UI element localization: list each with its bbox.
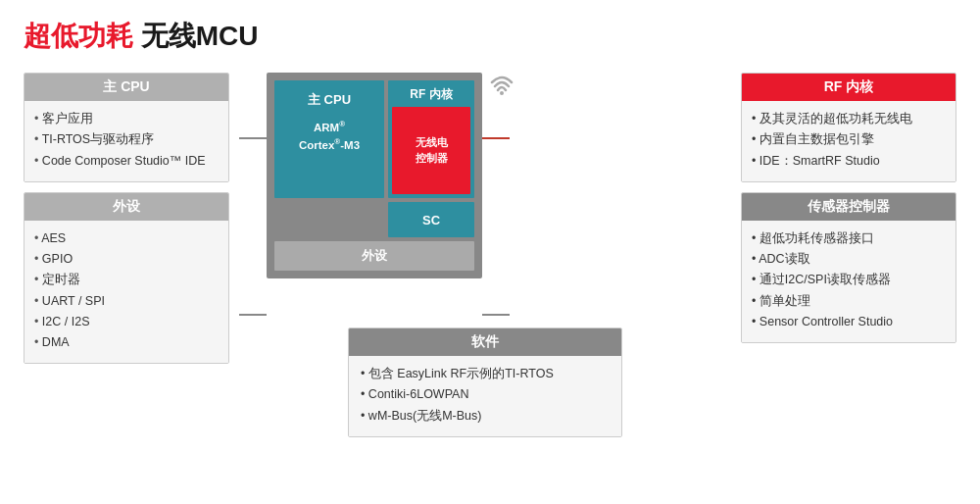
right-column: RF 内核 及其灵活的超低功耗无线电 内置自主数据包引擎 IDE：SmartRF… <box>741 73 956 437</box>
main-cpu-box: 主 CPU 客户应用 TI-RTOS与驱动程序 Code Composer St… <box>24 73 229 182</box>
wifi-icon <box>484 63 519 102</box>
list-item: 包含 EasyLink RF示例的TI-RTOS <box>361 364 610 384</box>
arm-line1: ARM® <box>314 122 345 133</box>
chip-inner: 主 CPU ARM® Cortex®-M3 RF 内核 无线电控制器 <box>274 80 474 271</box>
center-column: 主 CPU ARM® Cortex®-M3 RF 内核 无线电控制器 <box>229 73 741 437</box>
rf-core-list: 及其灵活的超低功耗无线电 内置自主数据包引擎 IDE：SmartRF Studi… <box>752 109 946 172</box>
sensor-controller-header: 传感器控制器 <box>742 193 956 221</box>
list-item: DMA <box>34 332 219 353</box>
list-item: 客户应用 <box>34 109 219 129</box>
title-red: 超低功耗 <box>24 21 133 51</box>
main-cpu-body: 客户应用 TI-RTOS与驱动程序 Code Composer Studio™ … <box>24 101 228 181</box>
chip-rf-inner: 无线电控制器 <box>392 107 470 194</box>
peripherals-list: AES GPIO 定时器 UART / SPI I2C / I2S DMA <box>34 228 219 354</box>
connector-cpu-line <box>239 137 267 139</box>
list-item: wM-Bus(无线M-Bus) <box>361 406 610 427</box>
software-list: 包含 EasyLink RF示例的TI-RTOS Contiki-6LOWPAN… <box>361 364 610 427</box>
right-connectors <box>482 100 510 316</box>
list-item: 超低功耗传感器接口 <box>752 228 946 249</box>
svg-point-0 <box>500 91 504 95</box>
chip-arm-text: ARM® Cortex®-M3 <box>282 119 376 154</box>
chip-cpu-block: 主 CPU ARM® Cortex®-M3 <box>274 80 384 198</box>
rf-core-header: RF 内核 <box>742 74 956 101</box>
main-cpu-list: 客户应用 TI-RTOS与驱动程序 Code Composer Studio™ … <box>34 109 219 172</box>
software-body: 包含 EasyLink RF示例的TI-RTOS Contiki-6LOWPAN… <box>349 356 621 436</box>
peripherals-box: 外设 AES GPIO 定时器 UART / SPI I2C / I2S DMA <box>24 192 229 365</box>
chip-sc-block: SC <box>388 202 474 237</box>
chip-top-row: 主 CPU ARM® Cortex®-M3 RF 内核 无线电控制器 <box>274 80 474 198</box>
main-cpu-header: 主 CPU <box>24 74 228 101</box>
list-item: TI-RTOS与驱动程序 <box>34 129 219 150</box>
list-item: UART / SPI <box>34 291 219 312</box>
list-item: Contiki-6LOWPAN <box>361 384 610 405</box>
software-box: 软件 包含 EasyLink RF示例的TI-RTOS Contiki-6LOW… <box>348 328 622 437</box>
list-item: GPIO <box>34 249 219 270</box>
list-item: 定时器 <box>34 270 219 290</box>
chip-cpu-label: 主 CPU <box>282 90 376 111</box>
cortex-line: Cortex®-M3 <box>299 139 360 151</box>
peripherals-body: AES GPIO 定时器 UART / SPI I2C / I2S DMA <box>24 221 228 364</box>
rf-inner-label: 无线电控制器 <box>416 135 448 166</box>
chip-diagram: 主 CPU ARM® Cortex®-M3 RF 内核 无线电控制器 <box>267 73 482 278</box>
sensor-controller-body: 超低功耗传感器接口 ADC读取 通过I2C/SPI读取传感器 简单处理 Sens… <box>742 221 956 342</box>
rf-core-body: 及其灵活的超低功耗无线电 内置自主数据包引擎 IDE：SmartRF Studi… <box>742 101 956 181</box>
sensor-controller-box: 传感器控制器 超低功耗传感器接口 ADC读取 通过I2C/SPI读取传感器 简单… <box>741 192 956 343</box>
rf-core-box: RF 内核 及其灵活的超低功耗无线电 内置自主数据包引擎 IDE：SmartRF… <box>741 73 956 182</box>
title-black: 无线MCU <box>133 21 259 51</box>
left-connectors <box>239 100 267 316</box>
page-container: 超低功耗 无线MCU 主 CPU 客户应用 TI-RTOS与驱动程序 Code … <box>0 0 980 504</box>
page-title: 超低功耗 无线MCU <box>24 18 956 55</box>
chip-rf-block: RF 内核 无线电控制器 <box>388 80 474 198</box>
peripherals-header: 外设 <box>24 193 228 221</box>
list-item: IDE：SmartRF Studio <box>752 151 946 172</box>
connector-periph-line <box>239 314 267 316</box>
chip-peripherals-label: 外设 <box>274 241 474 271</box>
chip-sc-spacer <box>274 202 384 237</box>
connector-sc-line <box>482 314 510 316</box>
list-item: 通过I2C/SPI读取传感器 <box>752 270 946 290</box>
list-item: Sensor Controller Studio <box>752 312 946 332</box>
software-header: 软件 <box>349 328 621 356</box>
left-column: 主 CPU 客户应用 TI-RTOS与驱动程序 Code Composer St… <box>24 73 229 437</box>
list-item: 简单处理 <box>752 291 946 312</box>
list-item: 及其灵活的超低功耗无线电 <box>752 109 946 129</box>
chip-rf-label: RF 内核 <box>410 86 452 103</box>
list-item: AES <box>34 228 219 249</box>
sensor-controller-list: 超低功耗传感器接口 ADC读取 通过I2C/SPI读取传感器 简单处理 Sens… <box>752 228 946 332</box>
list-item: Code Composer Studio™ IDE <box>34 151 219 172</box>
main-layout: 主 CPU 客户应用 TI-RTOS与驱动程序 Code Composer St… <box>24 73 956 437</box>
connector-rf-line <box>482 137 510 139</box>
list-item: 内置自主数据包引擎 <box>752 129 946 150</box>
chip-sc-row: SC <box>274 202 474 237</box>
chip-sc-label: SC <box>422 213 440 227</box>
list-item: ADC读取 <box>752 249 946 270</box>
list-item: I2C / I2S <box>34 312 219 332</box>
